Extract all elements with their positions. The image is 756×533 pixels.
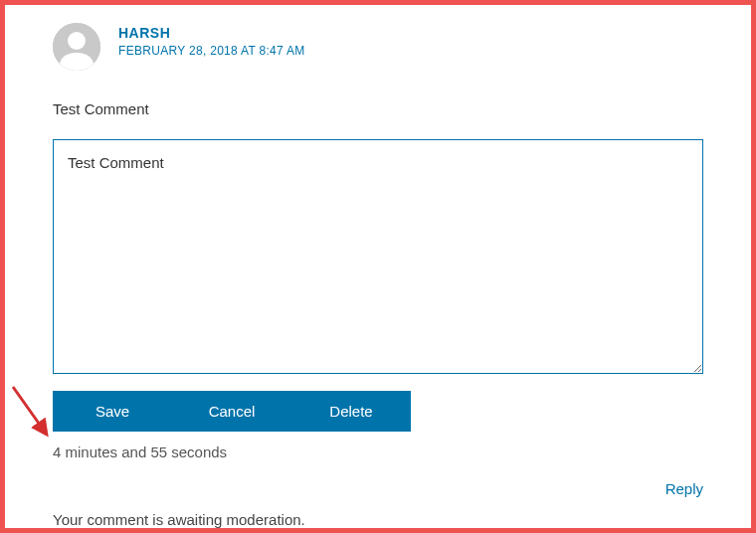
edit-timer-text: 4 minutes and 55 seconds xyxy=(53,444,703,460)
reply-link-container: Reply xyxy=(53,480,703,497)
avatar-placeholder-icon xyxy=(53,23,100,71)
delete-button[interactable]: Delete xyxy=(291,391,411,432)
svg-line-1 xyxy=(13,387,47,435)
annotation-arrow xyxy=(7,383,57,452)
comment-date-link[interactable]: FEBRUARY 28, 2018 AT 8:47 AM xyxy=(118,44,305,58)
save-button[interactable]: Save xyxy=(53,391,172,432)
avatar xyxy=(53,23,100,71)
button-row: Save Cancel Delete xyxy=(53,391,703,432)
comment-edit-panel: HARSH FEBRUARY 28, 2018 AT 8:47 AM Test … xyxy=(0,0,756,533)
comment-edit-textarea[interactable] xyxy=(53,139,703,374)
comment-body-text: Test Comment xyxy=(53,100,703,117)
author-block: HARSH FEBRUARY 28, 2018 AT 8:47 AM xyxy=(118,23,305,58)
author-name[interactable]: HARSH xyxy=(118,25,305,41)
moderation-notice: Your comment is awaiting moderation. xyxy=(53,511,703,528)
reply-link[interactable]: Reply xyxy=(665,480,703,497)
svg-point-3 xyxy=(68,32,86,50)
comment-header: HARSH FEBRUARY 28, 2018 AT 8:47 AM xyxy=(53,23,703,71)
cancel-button[interactable]: Cancel xyxy=(172,391,291,432)
